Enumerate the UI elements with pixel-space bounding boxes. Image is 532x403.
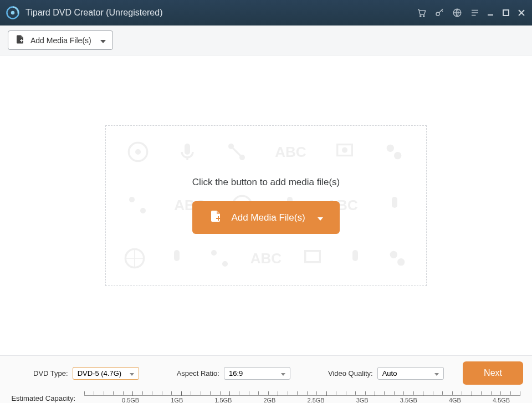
capacity-label: Estimated Capacity: [9,394,75,402]
svg-point-16 [239,155,245,160]
svg-point-17 [342,147,347,153]
globe-icon[interactable] [452,8,462,18]
drop-zone[interactable]: ABC ABC ABC ABC Click th [105,125,427,286]
add-media-main-label: Add Media File(s) [231,212,305,223]
ruler-tick-label: 2GB [263,397,275,403]
next-button[interactable]: Next [463,361,523,385]
dvd-type-label: DVD Type: [33,369,68,378]
svg-point-19 [394,152,401,159]
dvd-type-select[interactable]: DVD-5 (4.7G) [73,367,139,380]
svg-point-28 [222,261,228,267]
capacity-ruler: 0.5GB1GB1.5GB2GB2.5GB3GB3.5GB4GB4.5GB [84,390,520,403]
window-title: Tipard DVD Creator (Unregistered) [25,8,162,18]
svg-point-2 [420,16,421,17]
key-icon[interactable] [434,8,444,18]
svg-rect-26 [174,250,180,261]
ruler-tick-label: 1.5GB [214,397,232,403]
hint-text: Click the button to add media file(s) [192,177,340,188]
ruler-tick-label: 2.5GB [307,397,324,403]
chevron-down-icon [130,369,134,378]
chevron-down-icon [100,36,106,45]
svg-point-15 [228,144,234,149]
svg-point-18 [386,145,393,152]
video-quality-select[interactable]: Auto [377,367,444,380]
add-media-main-button[interactable]: Add Media File(s) [192,201,339,234]
video-quality-label: Video Quality: [328,369,373,378]
video-quality-value: Auto [382,369,397,378]
titlebar-actions [417,8,480,18]
chevron-down-icon [318,212,323,223]
ruler-tick-label: 0.5GB [122,397,139,403]
add-file-icon [15,34,25,46]
aspect-ratio-select[interactable]: 16:9 [224,367,290,380]
minimize-button[interactable] [485,8,495,18]
svg-point-4 [436,12,439,16]
dvd-type-value: DVD-5 (4.7G) [78,369,121,378]
ruler-tick-label: 3GB [356,397,369,403]
svg-point-25 [125,249,144,268]
svg-point-12 [129,143,147,161]
add-media-button[interactable]: Add Media File(s) [8,30,113,50]
svg-point-30 [390,251,397,258]
app-logo-icon [6,6,20,20]
svg-point-20 [129,197,135,202]
svg-rect-7 [503,10,509,16]
add-media-label: Add Media File(s) [30,36,91,45]
ruler-tick-label: 3.5GB [400,397,417,403]
svg-point-1 [11,11,15,15]
svg-rect-24 [392,197,397,208]
main-area: ABC ABC ABC ABC Click th [0,55,532,355]
aspect-ratio-value: 16:9 [229,369,243,378]
title-bar: Tipard DVD Creator (Unregistered) [0,0,532,25]
bottom-bar: DVD Type: DVD-5 (4.7G) Aspect Ratio: 16:… [0,355,532,403]
svg-point-21 [140,208,146,213]
add-file-icon [209,209,222,226]
chevron-down-icon [434,369,439,378]
ruler-tick-label: 4.5GB [493,397,510,403]
svg-rect-29 [352,250,358,261]
svg-point-13 [135,149,141,155]
svg-rect-11 [21,39,22,42]
svg-rect-33 [218,216,219,221]
close-button[interactable] [516,8,526,18]
svg-point-31 [397,258,405,266]
toolbar: Add Media File(s) [0,25,532,55]
chevron-down-icon [281,369,285,378]
svg-rect-14 [185,144,190,155]
svg-point-27 [211,250,217,256]
ruler-tick-label: 4GB [449,397,461,403]
next-label: Next [484,368,502,378]
svg-point-3 [423,16,424,17]
cart-icon[interactable] [417,8,427,18]
maximize-button[interactable] [501,8,511,18]
ruler-tick-label: 1GB [171,397,183,403]
aspect-ratio-label: Aspect Ratio: [177,369,219,378]
menu-icon[interactable] [470,8,480,18]
